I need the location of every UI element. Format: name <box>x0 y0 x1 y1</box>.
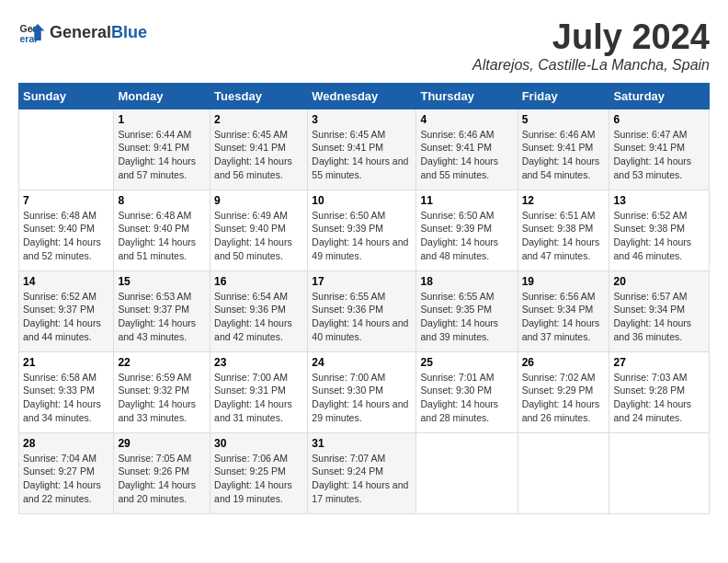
calendar-cell <box>19 109 114 190</box>
calendar-cell: 10 Sunrise: 6:50 AM Sunset: 9:39 PM Dayl… <box>308 190 416 270</box>
sunset-time: Sunset: 9:38 PM <box>613 223 685 234</box>
day-info: Sunrise: 6:51 AM Sunset: 9:38 PM Dayligh… <box>522 209 606 263</box>
daylight-hours: Daylight: 14 hours and 19 minutes. <box>214 479 292 504</box>
sunset-time: Sunset: 9:41 PM <box>522 142 594 153</box>
daylight-hours: Daylight: 14 hours and 53 minutes. <box>613 155 691 180</box>
sunrise-time: Sunrise: 7:00 AM <box>312 372 385 383</box>
daylight-hours: Daylight: 14 hours and 44 minutes. <box>23 317 101 342</box>
day-number: 22 <box>118 356 206 369</box>
day-info: Sunrise: 7:05 AM Sunset: 9:26 PM Dayligh… <box>118 452 206 506</box>
calendar-cell: 17 Sunrise: 6:55 AM Sunset: 9:36 PM Dayl… <box>308 270 416 351</box>
sunset-time: Sunset: 9:41 PM <box>118 142 189 153</box>
daylight-hours: Daylight: 14 hours and 43 minutes. <box>118 317 196 342</box>
sunset-time: Sunset: 9:39 PM <box>420 223 492 234</box>
sunrise-time: Sunrise: 6:52 AM <box>23 291 97 302</box>
sunrise-time: Sunrise: 7:06 AM <box>214 453 288 464</box>
day-info: Sunrise: 6:45 AM Sunset: 9:41 PM Dayligh… <box>312 128 412 182</box>
weekday-header-sunday: Sunday <box>19 83 114 109</box>
daylight-hours: Daylight: 14 hours and 54 minutes. <box>522 155 600 180</box>
calendar-cell: 20 Sunrise: 6:57 AM Sunset: 9:34 PM Dayl… <box>609 270 710 351</box>
sunrise-time: Sunrise: 6:48 AM <box>118 210 191 221</box>
sunset-time: Sunset: 9:41 PM <box>312 142 383 153</box>
logo-icon: Gen eral <box>18 18 46 46</box>
sunset-time: Sunset: 9:30 PM <box>420 385 492 396</box>
page-header: Gen eral GeneralBlue July 2024 Altarejos… <box>18 18 710 74</box>
weekday-header-wednesday: Wednesday <box>308 83 416 109</box>
calendar-cell: 27 Sunrise: 7:03 AM Sunset: 9:28 PM Dayl… <box>609 351 710 432</box>
sunrise-time: Sunrise: 6:57 AM <box>613 291 687 302</box>
calendar-cell: 16 Sunrise: 6:54 AM Sunset: 9:36 PM Dayl… <box>210 270 308 351</box>
calendar-cell <box>518 432 609 513</box>
day-number: 13 <box>613 194 705 207</box>
daylight-hours: Daylight: 14 hours and 51 minutes. <box>118 236 196 261</box>
month-year-title: July 2024 <box>472 18 710 57</box>
day-number: 31 <box>312 437 412 450</box>
sunrise-time: Sunrise: 6:55 AM <box>312 291 385 302</box>
calendar-table: SundayMondayTuesdayWednesdayThursdayFrid… <box>18 83 710 514</box>
day-info: Sunrise: 6:57 AM Sunset: 9:34 PM Dayligh… <box>613 290 705 344</box>
daylight-hours: Daylight: 14 hours and 33 minutes. <box>118 398 196 423</box>
sunset-time: Sunset: 9:41 PM <box>613 142 685 153</box>
sunset-time: Sunset: 9:41 PM <box>214 142 286 153</box>
calendar-cell: 11 Sunrise: 6:50 AM Sunset: 9:39 PM Dayl… <box>416 190 518 270</box>
day-number: 27 <box>613 356 705 369</box>
day-number: 1 <box>118 113 206 126</box>
day-info: Sunrise: 6:59 AM Sunset: 9:32 PM Dayligh… <box>118 371 206 425</box>
calendar-cell: 4 Sunrise: 6:46 AM Sunset: 9:41 PM Dayli… <box>416 109 518 190</box>
day-number: 25 <box>420 356 513 369</box>
day-number: 23 <box>214 356 303 369</box>
sunrise-time: Sunrise: 6:53 AM <box>118 291 191 302</box>
daylight-hours: Daylight: 14 hours and 28 minutes. <box>420 398 498 423</box>
daylight-hours: Daylight: 14 hours and 37 minutes. <box>522 317 600 342</box>
daylight-hours: Daylight: 14 hours and 49 minutes. <box>312 236 408 261</box>
calendar-cell: 21 Sunrise: 6:58 AM Sunset: 9:33 PM Dayl… <box>19 351 114 432</box>
day-info: Sunrise: 7:00 AM Sunset: 9:31 PM Dayligh… <box>214 371 303 425</box>
daylight-hours: Daylight: 14 hours and 26 minutes. <box>522 398 600 423</box>
day-info: Sunrise: 6:47 AM Sunset: 9:41 PM Dayligh… <box>613 128 705 182</box>
day-info: Sunrise: 6:44 AM Sunset: 9:41 PM Dayligh… <box>118 128 206 182</box>
day-number: 18 <box>420 275 513 288</box>
sunrise-time: Sunrise: 6:47 AM <box>613 129 687 140</box>
day-number: 24 <box>312 356 412 369</box>
title-section: July 2024 Altarejos, Castille-La Mancha,… <box>472 18 710 74</box>
day-info: Sunrise: 7:04 AM Sunset: 9:27 PM Dayligh… <box>23 452 109 506</box>
day-number: 30 <box>214 437 303 450</box>
sunset-time: Sunset: 9:40 PM <box>118 223 189 234</box>
sunset-time: Sunset: 9:24 PM <box>312 465 383 477</box>
day-number: 21 <box>23 356 109 369</box>
daylight-hours: Daylight: 14 hours and 24 minutes. <box>613 398 691 423</box>
calendar-cell: 3 Sunrise: 6:45 AM Sunset: 9:41 PM Dayli… <box>308 109 416 190</box>
sunrise-time: Sunrise: 6:58 AM <box>23 372 97 383</box>
weekday-header-row: SundayMondayTuesdayWednesdayThursdayFrid… <box>19 83 710 109</box>
day-info: Sunrise: 7:02 AM Sunset: 9:29 PM Dayligh… <box>522 371 606 425</box>
calendar-cell: 6 Sunrise: 6:47 AM Sunset: 9:41 PM Dayli… <box>609 109 710 190</box>
calendar-cell: 31 Sunrise: 7:07 AM Sunset: 9:24 PM Dayl… <box>308 432 416 513</box>
day-number: 12 <box>522 194 606 207</box>
calendar-cell: 14 Sunrise: 6:52 AM Sunset: 9:37 PM Dayl… <box>19 270 114 351</box>
sunrise-time: Sunrise: 6:44 AM <box>118 129 191 140</box>
sunrise-time: Sunrise: 6:48 AM <box>23 210 97 221</box>
sunset-time: Sunset: 9:40 PM <box>23 223 95 234</box>
calendar-cell: 23 Sunrise: 7:00 AM Sunset: 9:31 PM Dayl… <box>210 351 308 432</box>
day-number: 17 <box>312 275 412 288</box>
sunset-time: Sunset: 9:41 PM <box>420 142 492 153</box>
sunrise-time: Sunrise: 6:51 AM <box>522 210 596 221</box>
sunrise-time: Sunrise: 6:56 AM <box>522 291 596 302</box>
day-number: 3 <box>312 113 412 126</box>
sunset-time: Sunset: 9:37 PM <box>118 304 189 315</box>
calendar-cell: 18 Sunrise: 6:55 AM Sunset: 9:35 PM Dayl… <box>416 270 518 351</box>
day-number: 5 <box>522 113 606 126</box>
day-info: Sunrise: 6:54 AM Sunset: 9:36 PM Dayligh… <box>214 290 303 344</box>
daylight-hours: Daylight: 14 hours and 20 minutes. <box>118 479 196 504</box>
day-number: 9 <box>214 194 303 207</box>
daylight-hours: Daylight: 14 hours and 36 minutes. <box>613 317 691 342</box>
sunset-time: Sunset: 9:28 PM <box>613 385 685 396</box>
sunrise-time: Sunrise: 6:45 AM <box>312 129 385 140</box>
daylight-hours: Daylight: 14 hours and 22 minutes. <box>23 479 101 504</box>
day-info: Sunrise: 6:56 AM Sunset: 9:34 PM Dayligh… <box>522 290 606 344</box>
calendar-week-row: 7 Sunrise: 6:48 AM Sunset: 9:40 PM Dayli… <box>19 190 710 270</box>
calendar-cell: 12 Sunrise: 6:51 AM Sunset: 9:38 PM Dayl… <box>518 190 609 270</box>
sunrise-time: Sunrise: 6:50 AM <box>312 210 385 221</box>
daylight-hours: Daylight: 14 hours and 17 minutes. <box>312 479 408 504</box>
weekday-header-saturday: Saturday <box>609 83 710 109</box>
